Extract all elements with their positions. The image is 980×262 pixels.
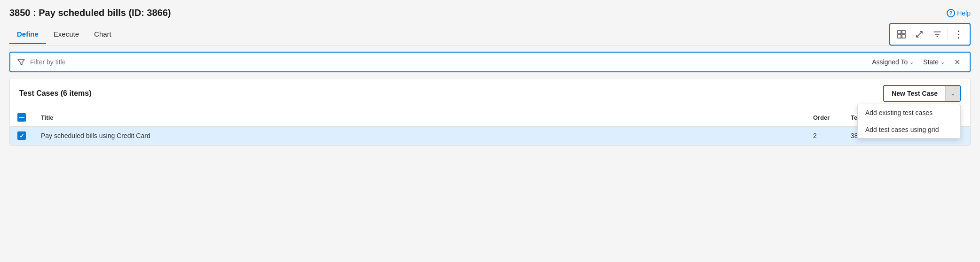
filter-dropdowns: Assigned To ⌄ State ⌄ ✕ (869, 56, 963, 68)
svg-rect-3 (902, 35, 905, 38)
filter-bar: Assigned To ⌄ State ⌄ ✕ (9, 52, 971, 72)
table-header-row: Title Order Test Case Id Assigned (10, 108, 970, 127)
grid-view-button[interactable] (893, 26, 910, 43)
toolbar-divider (948, 29, 948, 40)
more-options-button[interactable]: ⋮ (950, 26, 967, 43)
svg-rect-0 (898, 31, 901, 34)
dropdown-item-add-existing[interactable]: Add existing test cases (858, 104, 960, 121)
filter-button[interactable] (929, 26, 946, 43)
help-label: Help (957, 9, 971, 17)
row-checkbox-cell (10, 127, 33, 145)
header-row: 3850 : Pay scheduled bills (ID: 3866) ? … (9, 8, 971, 18)
help-circle-icon: ? (947, 9, 955, 17)
assigned-to-chevron-icon: ⌄ (909, 59, 914, 65)
help-link[interactable]: ? Help (947, 9, 971, 17)
assigned-to-label: Assigned To (872, 58, 908, 66)
tabs-container: Define Execute Chart (9, 25, 119, 44)
tab-chart[interactable]: Chart (87, 25, 119, 44)
page-title: 3850 : Pay scheduled bills (ID: 3866) (9, 8, 171, 18)
svg-rect-2 (898, 35, 901, 38)
tab-execute[interactable]: Execute (46, 25, 87, 44)
new-test-case-button[interactable]: New Test Case (884, 86, 945, 101)
filter-funnel-icon (17, 57, 25, 66)
filter-close-button[interactable]: ✕ (951, 57, 963, 68)
row-checkbox[interactable] (17, 131, 26, 140)
select-all-checkbox[interactable] (17, 113, 26, 122)
tab-define[interactable]: Define (9, 25, 46, 44)
table-row[interactable]: Pay scheduled bills using Credit Card 2 … (10, 127, 970, 145)
tabs-row: Define Execute Chart (9, 23, 971, 46)
test-cases-table: Title Order Test Case Id Assigned Pay sc… (10, 108, 970, 145)
assigned-to-dropdown[interactable]: Assigned To ⌄ (869, 56, 917, 68)
new-test-case-group-wrapper: New Test Case ⌄ Add existing test cases … (883, 85, 961, 102)
column-header-order: Order (806, 108, 843, 127)
column-header-title: Title (33, 108, 806, 127)
state-chevron-icon: ⌄ (940, 59, 945, 65)
column-header-select (10, 108, 33, 127)
svg-rect-1 (902, 31, 905, 34)
new-test-case-dropdown-menu: Add existing test cases Add test cases u… (857, 104, 961, 139)
new-test-case-dropdown-button[interactable]: ⌄ (945, 86, 960, 101)
row-order-cell: 2 (806, 127, 843, 145)
test-cases-title: Test Cases (6 items) (19, 89, 92, 98)
toolbar: ⋮ (889, 23, 971, 46)
test-cases-header: Test Cases (6 items) New Test Case ⌄ Add… (10, 78, 970, 108)
dropdown-item-add-grid[interactable]: Add test cases using grid (858, 121, 960, 138)
new-test-case-group: New Test Case ⌄ (883, 85, 961, 102)
state-dropdown[interactable]: State ⌄ (920, 56, 948, 68)
test-cases-section: Test Cases (6 items) New Test Case ⌄ Add… (9, 78, 971, 146)
filter-input[interactable] (30, 58, 864, 66)
state-label: State (923, 58, 939, 66)
expand-button[interactable] (911, 26, 928, 43)
row-title-cell: Pay scheduled bills using Credit Card (33, 127, 806, 145)
